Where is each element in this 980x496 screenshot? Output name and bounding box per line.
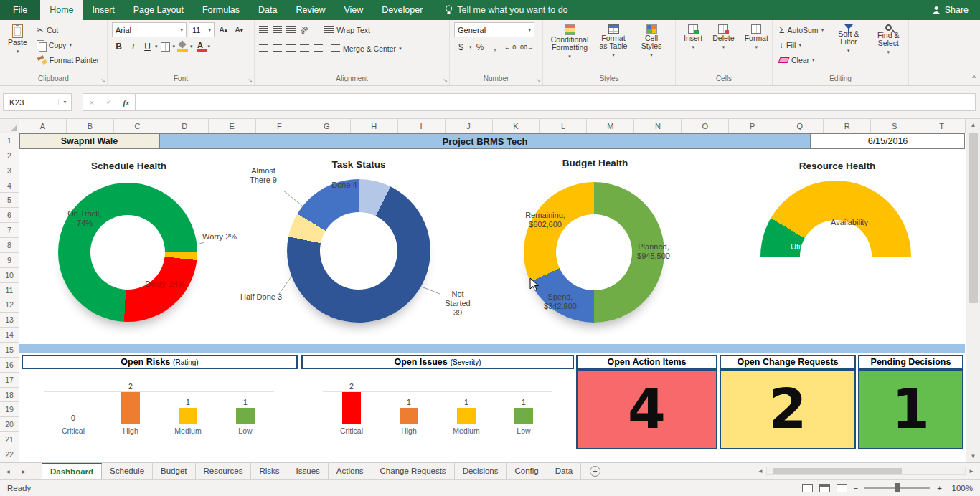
scroll-left-arrow[interactable]: ◄: [755, 468, 766, 474]
normal-view-button[interactable]: [802, 484, 813, 492]
collapse-ribbon-button[interactable]: ^: [972, 75, 976, 82]
tell-me-box[interactable]: Tell me what you want to do: [445, 0, 567, 20]
increase-decimal-button[interactable]: ←.0: [504, 40, 517, 54]
row-header-1[interactable]: 1: [0, 133, 19, 148]
column-header-N[interactable]: N: [634, 119, 682, 133]
shrink-font-button[interactable]: A▾: [232, 23, 246, 37]
cancel-entry-button[interactable]: ×: [83, 98, 100, 107]
italic-button[interactable]: I: [126, 39, 140, 54]
format-cells-button[interactable]: Format▾: [741, 22, 772, 53]
column-header-E[interactable]: E: [209, 119, 256, 133]
ribbon-tab-page-layout[interactable]: Page Layout: [124, 0, 193, 20]
bold-button[interactable]: B: [112, 39, 126, 54]
horizontal-scroll-track[interactable]: [766, 467, 966, 475]
name-box-caret-icon[interactable]: ▾: [58, 99, 71, 105]
row-header-16[interactable]: 16: [0, 358, 19, 373]
zoom-level[interactable]: 100%: [948, 484, 973, 492]
new-sheet-button[interactable]: +: [581, 463, 609, 479]
date-cell[interactable]: 6/15/2016: [811, 133, 965, 149]
row-header-17[interactable]: 17: [0, 373, 19, 388]
column-header-R[interactable]: R: [824, 119, 871, 133]
row-header-8[interactable]: 8: [0, 238, 19, 253]
borders-button[interactable]: [159, 39, 172, 54]
pending-decisions-panel[interactable]: 1: [858, 369, 963, 449]
ribbon-tab-insert[interactable]: Insert: [83, 0, 124, 20]
delete-cells-button[interactable]: Delete▾: [709, 22, 738, 53]
sheet-tab-dashboard[interactable]: Dashboard: [42, 463, 102, 479]
scroll-down-arrow[interactable]: ▼: [966, 450, 980, 462]
open-action-items-panel[interactable]: 4: [576, 369, 717, 449]
font-size-combo[interactable]: 11▾: [189, 22, 215, 37]
page-layout-view-button[interactable]: [819, 484, 830, 492]
row-header-20[interactable]: 20: [0, 417, 19, 432]
align-right-icon[interactable]: [286, 44, 296, 52]
sheet-tab-config[interactable]: Config: [507, 463, 547, 479]
row-header-6[interactable]: 6: [0, 208, 19, 223]
fill-button[interactable]: ↓Fill▾: [777, 37, 826, 52]
comma-button[interactable]: ,: [489, 40, 502, 54]
increase-indent-icon[interactable]: [314, 44, 323, 52]
merge-center-button[interactable]: Merge & Center▾: [329, 41, 404, 56]
ribbon-tab-home[interactable]: Home: [40, 0, 83, 20]
percent-button[interactable]: %: [473, 40, 487, 54]
number-format-combo[interactable]: General▾: [454, 22, 534, 37]
sheet-tab-schedule[interactable]: Schedule: [102, 463, 153, 479]
sheet-tab-budget[interactable]: Budget: [153, 463, 195, 479]
column-header-B[interactable]: B: [67, 119, 114, 133]
font-family-combo[interactable]: Arial▾: [112, 22, 187, 37]
clear-button[interactable]: Clear▾: [777, 52, 826, 67]
row-header-19[interactable]: 19: [0, 402, 19, 417]
sheet-tab-decisions[interactable]: Decisions: [455, 463, 507, 479]
grow-font-button[interactable]: A▴: [217, 23, 230, 37]
page-break-view-button[interactable]: [837, 484, 847, 492]
column-header-L[interactable]: L: [540, 119, 587, 133]
row-header-14[interactable]: 14: [0, 328, 19, 343]
decrease-indent-icon[interactable]: [300, 44, 309, 52]
column-header-M[interactable]: M: [587, 119, 634, 133]
owner-cell[interactable]: Swapnil Wale: [19, 133, 159, 149]
sheet-nav-right-button[interactable]: ▸: [16, 463, 32, 479]
cut-button[interactable]: ✂Cut: [34, 22, 101, 37]
dialog-launcher-icon[interactable]: ↘: [100, 78, 105, 84]
font-color-button[interactable]: A: [194, 39, 207, 54]
zoom-slider-thumb[interactable]: [895, 483, 900, 492]
paste-button[interactable]: Paste ▾: [4, 22, 31, 57]
dialog-launcher-icon[interactable]: ↘: [248, 78, 253, 84]
wrap-text-button[interactable]: Wrap Text: [322, 22, 372, 37]
column-header-S[interactable]: S: [871, 119, 918, 133]
sheet-tab-risks[interactable]: Risks: [251, 463, 288, 479]
sheet-tab-actions[interactable]: Actions: [329, 463, 372, 479]
column-header-A[interactable]: A: [19, 119, 67, 133]
copy-button[interactable]: Copy▾: [34, 37, 101, 52]
orientation-icon[interactable]: ab: [298, 24, 310, 36]
zoom-in-button[interactable]: +: [937, 484, 942, 492]
ribbon-tab-data[interactable]: Data: [249, 0, 286, 20]
align-middle-icon[interactable]: [273, 26, 282, 34]
align-bottom-icon[interactable]: [286, 26, 296, 34]
scroll-up-arrow[interactable]: ▲: [966, 119, 980, 131]
insert-cells-button[interactable]: Insert▾: [680, 22, 706, 53]
find-select-button[interactable]: Find & Select▾: [872, 22, 905, 58]
scroll-right-arrow[interactable]: ►: [966, 468, 977, 474]
column-header-F[interactable]: F: [256, 119, 303, 133]
vertical-scrollbar[interactable]: ▲ ▼: [966, 119, 980, 462]
ribbon-tab-formulas[interactable]: Formulas: [193, 0, 249, 20]
row-header-18[interactable]: 18: [0, 388, 19, 403]
row-header-4[interactable]: 4: [0, 178, 19, 194]
column-header-O[interactable]: O: [682, 119, 729, 133]
column-header-T[interactable]: T: [918, 119, 966, 133]
column-header-K[interactable]: K: [493, 119, 540, 133]
column-header-H[interactable]: H: [351, 119, 398, 133]
sheet-canvas[interactable]: Swapnil Wale Project BRMS Tech 6/15/2016…: [19, 133, 965, 462]
vertical-scroll-thumb[interactable]: [969, 133, 978, 303]
name-box[interactable]: K23 ▾: [3, 93, 72, 111]
sheet-tab-change-requests[interactable]: Change Requests: [372, 463, 455, 479]
sheet-tab-resources[interactable]: Resources: [196, 463, 252, 479]
row-header-7[interactable]: 7: [0, 223, 19, 238]
decrease-decimal-button[interactable]: .00→: [519, 40, 534, 54]
row-header-5[interactable]: 5: [0, 193, 19, 208]
project-title-cell[interactable]: Project BRMS Tech: [159, 133, 811, 149]
row-header-13[interactable]: 13: [0, 313, 19, 328]
sheet-tab-data[interactable]: Data: [547, 463, 581, 479]
format-painter-button[interactable]: Format Painter: [34, 52, 101, 67]
